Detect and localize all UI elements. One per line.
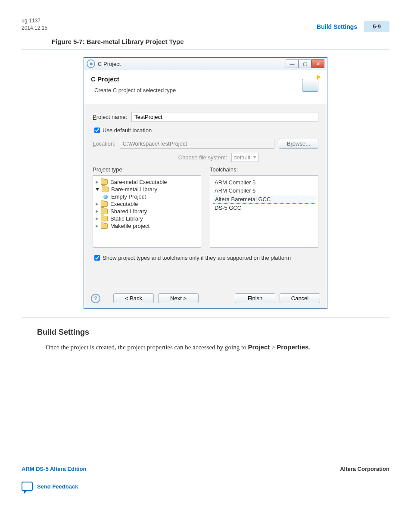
tree-label: Executable [110,201,138,207]
filter-checkbox[interactable] [94,255,100,261]
send-feedback-link[interactable]: Send Feedback [37,483,78,490]
dialog-banner: C Project Create C project of selected t… [84,70,327,104]
location-label: Location: [93,140,115,147]
banner-text: C Project Create C project of selected t… [91,75,299,93]
toolchain-arm5[interactable]: ARM Compiler 5 [213,178,315,187]
tree-bare-metal-library[interactable]: Bare-metal Library [96,186,198,193]
feedback-icon [22,482,33,491]
maximize-button[interactable]: ▢ [299,59,311,68]
tree-label: Empty Project [111,193,146,200]
body-pre: Once the project is created, the project… [46,344,248,351]
tree-static-library[interactable]: Static Library [96,215,198,222]
divider [22,317,389,318]
footer-company: Altera Corporation [340,466,389,472]
folder-icon [101,208,108,214]
header-section-link[interactable]: Build Settings [317,23,357,30]
body-gt: > [270,344,277,351]
tree-label: Makefile project [110,223,149,229]
tree-shared-library[interactable]: Shared Library [96,208,198,215]
finish-button[interactable]: Finish [235,293,275,303]
dialog-button-bar: ? < Back Next > Finish Cancel [84,288,327,308]
page-footer: ARM DS-5 Altera Edition Altera Corporati… [22,466,389,491]
help-icon[interactable]: ? [91,294,100,303]
arrow-icon [317,75,321,80]
feedback-row: Send Feedback [22,482,389,491]
project-type-label: Project type: [93,166,201,173]
banner-title: C Project [91,75,299,83]
expand-icon [96,202,98,206]
page: ug-1137 2014.12.15 Build Settings 5-9 Fi… [0,0,411,508]
dialog-form: Project name: Use default location Locat… [84,104,327,288]
filter-row: Show project types and toolchains only i… [93,254,318,262]
footer-product-link[interactable]: ARM DS-5 Altera Edition [22,466,86,472]
toolchains-list[interactable]: ARM Compiler 5 ARM Compiler 6 Altera Bar… [210,175,318,248]
use-default-label: Use default location [103,127,152,134]
expand-icon [96,210,98,213]
tree-label: Shared Library [110,208,147,215]
browse-button[interactable]: Browse... [279,139,318,149]
doc-meta: ug-1137 2014.12.15 [22,17,47,32]
project-name-input[interactable] [131,112,318,122]
section-body: Once the project is created, the project… [46,343,389,351]
cancel-button[interactable]: Cancel [280,293,320,303]
expand-icon [96,180,98,184]
back-button[interactable]: < Back [113,293,154,303]
section-heading: Build Settings [37,328,389,337]
window-controls: — ▢ ✕ [286,59,324,68]
tree-label: Bare-metal Library [111,186,157,193]
dialog-title: C Project [98,61,286,67]
project-type-tree[interactable]: Bare-metal Executable Bare-metal Library… [93,175,201,248]
tree-empty-project[interactable]: Empty Project [96,193,198,200]
banner-subtitle: Create C project of selected type [94,87,299,93]
tree-bare-metal-executable[interactable]: Bare-metal Executable [96,178,198,186]
folder-icon [101,201,108,207]
window-icon [87,59,95,68]
location-row: Location: Browse... [93,139,318,149]
filesystem-select: default [231,153,258,162]
next-button[interactable]: Next > [158,293,199,303]
tree-executable[interactable]: Executable [96,200,198,208]
header-right: Build Settings 5-9 [317,21,389,32]
tree-label: Bare-metal Executable [110,179,167,185]
folder-icon [102,187,109,192]
folder-icon [101,216,108,221]
chevron-down-icon [253,156,256,159]
toolchain-altera[interactable]: Altera Baremetal GCC [213,195,315,204]
expand-icon [96,224,98,228]
banner-icon [299,76,320,97]
use-default-row: Use default location [93,126,318,134]
body-bold-project: Project [248,343,270,351]
filesystem-value: default [234,154,250,161]
lists-area: Project type: Bare-metal Executable Bare… [93,166,318,248]
body-bold-properties: Properties [277,343,308,351]
filesystem-row: Choose file system: default [118,153,318,162]
expand-icon [96,217,98,221]
folder-icon [101,179,108,185]
toolchain-arm6[interactable]: ARM Compiler 6 [213,187,315,195]
toolchain-ds5[interactable]: DS-5 GCC [213,204,315,212]
project-name-row: Project name: [93,112,318,122]
tree-label: Static Library [110,215,143,222]
close-button[interactable]: ✕ [311,59,324,68]
filesystem-label: Choose file system: [178,154,227,161]
location-input [120,139,274,149]
page-number: 5-9 [364,21,389,32]
doc-id: ug-1137 [22,17,47,25]
toolchains-label: Toolchains: [210,166,318,173]
folder-icon [101,223,108,229]
c-project-dialog: C Project — ▢ ✕ C Project Create C proje… [84,57,327,309]
tree-makefile-project[interactable]: Makefile project [96,222,198,230]
filter-label: Show project types and toolchains only i… [103,255,291,261]
divider [22,49,389,50]
use-default-checkbox[interactable] [94,128,100,133]
figure-caption: Figure 5-7: Bare-metal Library Project T… [52,38,389,45]
toolchains-column: Toolchains: ARM Compiler 5 ARM Compiler … [210,166,318,248]
minimize-button[interactable]: — [286,59,299,68]
body-post: . [308,344,310,351]
project-type-column: Project type: Bare-metal Executable Bare… [93,166,201,248]
project-name-label: Project name: [93,114,127,120]
monitor-icon [302,79,318,92]
doc-date: 2014.12.15 [22,25,47,32]
dialog-titlebar: C Project — ▢ ✕ [84,58,327,70]
collapse-icon [96,188,99,191]
